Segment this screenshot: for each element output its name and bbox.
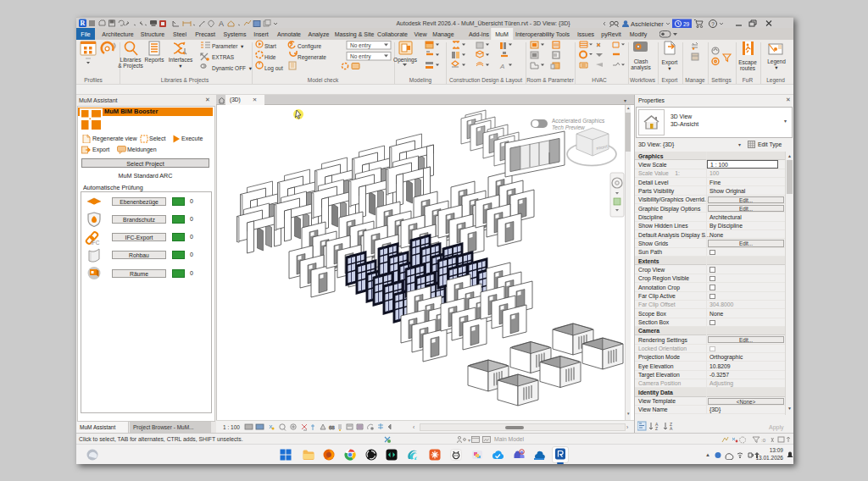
svg-text:A: A xyxy=(499,63,504,70)
svg-text:No entry: No entry xyxy=(350,53,371,60)
svg-text:IFC: IFC xyxy=(91,240,100,246)
svg-text:Tech Preview: Tech Preview xyxy=(552,124,586,130)
svg-text:Accelerated Graphics: Accelerated Graphics xyxy=(552,118,605,124)
svg-text:?: ? xyxy=(711,21,715,27)
svg-text:68: 68 xyxy=(329,425,335,430)
svg-text:No entry: No entry xyxy=(350,42,371,49)
svg-text:29: 29 xyxy=(683,21,690,27)
svg-text::0: :0 xyxy=(761,438,766,443)
svg-text:▾: ▾ xyxy=(468,438,470,443)
svg-text:A: A xyxy=(670,426,673,431)
svg-text:Aschleicher: Aschleicher xyxy=(631,20,664,28)
svg-text:A: A xyxy=(219,19,224,28)
svg-text:Z: Z xyxy=(655,426,658,431)
svg-text:R: R xyxy=(81,19,86,27)
